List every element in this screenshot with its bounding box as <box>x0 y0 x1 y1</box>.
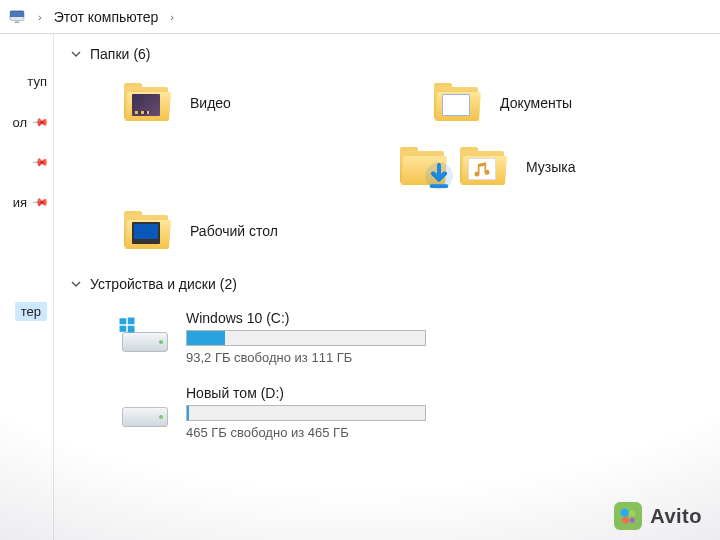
group-title: Папки <box>90 46 129 62</box>
sidebar-item[interactable]: туп <box>27 74 47 89</box>
music-folder-icon <box>456 144 510 190</box>
pin-icon: 📌 <box>30 113 49 132</box>
folder-item-music[interactable]: Музыка <box>450 140 720 194</box>
folder-item-downloads[interactable] <box>390 140 430 194</box>
svg-point-11 <box>630 518 635 523</box>
drive-free-text: 465 ГБ свободно из 465 ГБ <box>186 425 426 440</box>
folder-item-documents[interactable]: Документы <box>424 76 694 130</box>
video-folder-icon <box>120 80 174 126</box>
svg-rect-4 <box>120 318 127 324</box>
drive-item-d[interactable]: Новый том (D:) 465 ГБ свободно из 465 ГБ <box>114 379 414 444</box>
svg-rect-7 <box>128 326 135 333</box>
capacity-bar <box>186 330 426 346</box>
group-title: Устройства и диски <box>90 276 216 292</box>
breadcrumb-location[interactable]: Этот компьютер <box>54 9 159 25</box>
sidebar-item[interactable]: ия📌 <box>13 195 47 210</box>
sidebar-item[interactable]: 📌 <box>33 156 47 169</box>
sidebar-item-label: ия <box>13 195 27 210</box>
avito-logo-icon <box>614 502 642 530</box>
folder-item-desktop[interactable]: Рабочий стол <box>114 204 384 258</box>
svg-rect-2 <box>15 21 20 23</box>
chevron-down-icon <box>70 278 82 290</box>
sidebar-item-this-pc[interactable]: тер <box>15 302 47 321</box>
chevron-down-icon <box>70 48 82 60</box>
folder-label: Видео <box>190 95 231 111</box>
drive-item-c[interactable]: Windows 10 (C:) 93,2 ГБ свободно из 111 … <box>114 304 414 369</box>
sidebar-item[interactable]: ол📌 <box>12 115 47 130</box>
svg-rect-6 <box>120 326 127 332</box>
capacity-fill <box>187 331 225 345</box>
drive-name: Новый том (D:) <box>186 385 426 401</box>
pin-icon: 📌 <box>30 193 49 212</box>
nav-sidebar: туп ол📌 📌 ия📌 тер <box>0 34 54 540</box>
sidebar-item-label: туп <box>27 74 47 89</box>
documents-folder-icon <box>430 80 484 126</box>
desktop-folder-icon <box>120 208 174 254</box>
svg-point-9 <box>629 510 636 517</box>
svg-rect-1 <box>10 17 24 20</box>
svg-point-8 <box>621 509 629 517</box>
folder-label: Документы <box>500 95 572 111</box>
windows-logo-icon <box>118 316 136 334</box>
sidebar-item-label: тер <box>21 304 41 319</box>
hdd-icon <box>118 308 172 354</box>
capacity-fill <box>187 406 189 420</box>
watermark-text: Avito <box>650 505 702 528</box>
folder-item-video[interactable]: Видео <box>114 76 384 130</box>
capacity-bar <box>186 405 426 421</box>
group-header-folders[interactable]: Папки (6) <box>54 40 720 70</box>
folder-label: Музыка <box>526 159 576 175</box>
group-count: (2) <box>220 276 237 292</box>
address-bar[interactable]: › Этот компьютер › <box>0 0 720 34</box>
breadcrumb-separator: › <box>166 11 178 23</box>
source-watermark: Avito <box>614 502 702 530</box>
this-pc-icon <box>8 8 26 26</box>
group-count: (6) <box>133 46 150 62</box>
hdd-icon <box>118 383 172 429</box>
folder-label: Рабочий стол <box>190 223 278 239</box>
drive-name: Windows 10 (C:) <box>186 310 426 326</box>
breadcrumb-separator: › <box>34 11 46 23</box>
sidebar-item-label: ол <box>12 115 27 130</box>
content-pane: Папки (6) Видео Документы <box>54 34 720 540</box>
group-header-drives[interactable]: Устройства и диски (2) <box>54 270 720 300</box>
pin-icon: 📌 <box>30 153 49 172</box>
drive-free-text: 93,2 ГБ свободно из 111 ГБ <box>186 350 426 365</box>
downloads-folder-icon <box>396 144 450 190</box>
svg-point-10 <box>622 517 629 524</box>
svg-rect-5 <box>128 318 135 325</box>
